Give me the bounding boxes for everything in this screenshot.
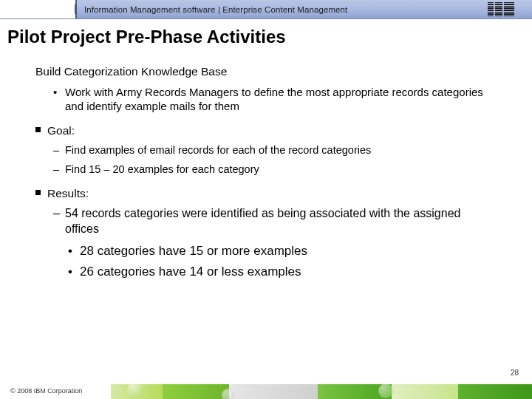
results-list: 54 records categories were identified as… <box>53 206 497 237</box>
goal-heading: Goal: <box>35 124 497 137</box>
results-sublist: 28 categories have 15 or more examples 2… <box>68 243 497 280</box>
header-left: Information Management software | Enterp… <box>0 0 347 18</box>
list-item: 26 categories have 14 or less examples <box>68 264 497 280</box>
list-item: Find 15 – 20 examples for each category <box>53 163 497 177</box>
section-bullets: Work with Army Records Managers to defin… <box>53 86 497 114</box>
header-bar: Information Management software | Enterp… <box>0 0 532 19</box>
ibm-logo-icon <box>488 2 519 17</box>
list-item: Find examples of email records for each … <box>53 143 497 157</box>
section-heading: Build Categorization Knowledge Base <box>35 65 497 78</box>
results-heading: Results: <box>35 187 497 200</box>
list-item: Work with Army Records Managers to defin… <box>53 86 497 114</box>
list-item: 28 categories have 15 or more examples <box>68 243 497 259</box>
list-item: 54 records categories were identified as… <box>53 206 497 237</box>
slide-content: Build Categorization Knowledge Base Work… <box>0 52 532 280</box>
breadcrumb: Information Management software | Enterp… <box>84 5 347 14</box>
copyright-text: © 2008 IBM Corporation <box>10 387 82 395</box>
goal-list: Find examples of email records for each … <box>53 143 497 177</box>
page-title: Pilot Project Pre-Phase Activities <box>0 19 532 52</box>
header-notch <box>0 0 77 18</box>
page-number: 28 <box>511 369 519 377</box>
